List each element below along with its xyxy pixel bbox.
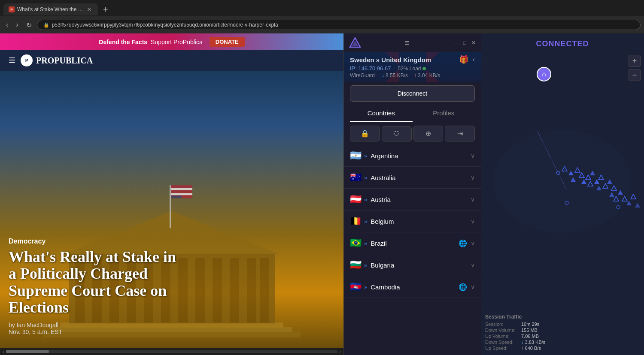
- vpn-connection-bar: Sweden » United Kingdom 🎁 ‹ IP: 146.70.9…: [344, 52, 481, 82]
- filter-tor-button[interactable]: ⊕: [413, 126, 444, 141]
- svg-rect-13: [213, 258, 222, 322]
- tab-profiles[interactable]: Profiles: [413, 105, 475, 122]
- up-volume-row: Up Volume: 7.06 MB: [485, 334, 545, 339]
- propublica-logo: P PROPUBLICA: [21, 54, 93, 66]
- session-label: Session:: [485, 322, 519, 327]
- propublica-logo-text: PROPUBLICA: [36, 56, 93, 66]
- minimize-button[interactable]: —: [453, 40, 458, 46]
- lock-icon: 🔒: [43, 22, 49, 28]
- article-author: by Ian MacDougall: [9, 322, 180, 328]
- article-header: ☰ P PROPUBLICA: [0, 50, 343, 71]
- vpn-tabs: Countries Profiles: [344, 105, 481, 122]
- filter-shield-button[interactable]: 🛡: [382, 126, 412, 141]
- tab-countries[interactable]: Countries: [350, 105, 413, 122]
- bulgaria-arrows: »: [364, 262, 367, 268]
- svg-rect-12: [195, 258, 205, 322]
- country-item-belgium[interactable]: 🇧🇪 » Belgium ∨: [344, 211, 481, 232]
- country-item-brazil[interactable]: 🇧🇷 » Brazil 🌐 ∨: [344, 232, 481, 254]
- new-tab-button[interactable]: +: [100, 5, 111, 15]
- scroll-left-arrow[interactable]: ‹: [1, 349, 6, 355]
- disconnect-button[interactable]: Disconnect: [350, 85, 475, 102]
- zoom-in-button[interactable]: +: [629, 55, 641, 67]
- hamburger-menu-icon[interactable]: ☰: [9, 56, 15, 65]
- vpn-panel: ≡ — □ ✕ Sweden » United Kingdom 🎁 ‹ IP: …: [343, 33, 481, 355]
- svg-rect-20: [171, 190, 192, 193]
- cambodia-flag: 🇰🇭: [350, 281, 361, 292]
- refresh-button[interactable]: ↻: [24, 19, 34, 31]
- scrollbar-thumb[interactable]: [6, 350, 49, 353]
- svg-marker-47: [631, 194, 636, 199]
- article-hero: Democracy What's Really at Stake in a Po…: [0, 71, 343, 348]
- brazil-globe-icon: 🌐: [459, 239, 467, 247]
- scroll-right-arrow[interactable]: ›: [337, 349, 343, 355]
- session-value: 10m 29s: [521, 322, 539, 327]
- uk-flag-background: [344, 52, 481, 82]
- close-window-button[interactable]: ✕: [471, 40, 476, 46]
- country-item-australia[interactable]: 🇦🇺 » Australia ∨: [344, 167, 481, 189]
- back-button[interactable]: ‹: [3, 19, 11, 30]
- article-area: ☰ P PROPUBLICA: [0, 50, 343, 348]
- propublica-logo-icon: P: [21, 54, 33, 66]
- disconnect-section: Disconnect: [344, 82, 481, 105]
- bulgaria-chevron[interactable]: ∨: [471, 262, 475, 268]
- browser-chrome: P What's at Stake When the Supr ✕ + ‹ › …: [0, 0, 644, 33]
- down-volume-label: Down Volume:: [485, 328, 519, 333]
- session-traffic-title: Session Traffic: [485, 314, 545, 320]
- up-volume-label: Up Volume:: [485, 334, 519, 339]
- session-duration-row: Session: 10m 29s: [485, 322, 545, 327]
- svg-rect-22: [171, 196, 182, 198]
- donate-button[interactable]: DONATE: [210, 37, 245, 47]
- brazil-name: Brazil: [371, 240, 459, 247]
- vpn-window-controls: — □ ✕: [453, 40, 476, 46]
- banner-defend-text: Defend the Facts: [99, 39, 147, 45]
- argentina-name: Argentina: [371, 152, 471, 159]
- svg-rect-14: [230, 258, 239, 322]
- bottom-scrollbar: ‹ ›: [0, 348, 343, 355]
- cambodia-name: Cambodia: [371, 283, 459, 291]
- article-meta: by Ian MacDougall Nov. 30, 5 a.m. EST: [9, 322, 180, 335]
- country-item-argentina[interactable]: 🇦🇷 » Argentina ∨: [344, 145, 481, 167]
- lock-filter-icon: 🔒: [361, 129, 369, 138]
- belgium-arrows: »: [364, 218, 367, 225]
- australia-chevron[interactable]: ∨: [471, 174, 475, 181]
- country-list[interactable]: 🇦🇷 » Argentina ∨ 🇦🇺 » Australia ∨ 🇦🇹 » A…: [344, 145, 481, 355]
- austria-name: Austria: [371, 196, 471, 203]
- browser-nav-bar: ‹ › ↻ 🔒 p53lf57qovyuvwsc6xnrppyply3vtqm7…: [0, 16, 644, 33]
- article-title[interactable]: What's Really at Stake in a Politically …: [9, 249, 180, 316]
- country-item-austria[interactable]: 🇦🇹 » Austria ∨: [344, 189, 481, 211]
- austria-arrows: »: [364, 196, 367, 203]
- svg-rect-21: [171, 193, 192, 195]
- filter-list-button[interactable]: ⇥: [445, 126, 475, 141]
- up-speed-value: ↑ 640 B/s: [521, 346, 541, 351]
- tab-close-button[interactable]: ✕: [86, 6, 93, 13]
- address-text: p53lf57qovyuvwsc6xnrppyply3vtqm7l6pcobkm…: [52, 22, 278, 28]
- cambodia-chevron[interactable]: ∨: [471, 283, 475, 290]
- zoom-out-button[interactable]: −: [629, 69, 641, 81]
- svg-rect-17: [170, 185, 171, 228]
- filter-standard-button[interactable]: 🔒: [350, 126, 380, 141]
- scrollbar-track[interactable]: [6, 350, 337, 353]
- cambodia-globe-icon: 🌐: [459, 283, 467, 291]
- country-item-cambodia[interactable]: 🇰🇭 » Cambodia 🌐 ∨: [344, 276, 481, 298]
- forward-button[interactable]: ›: [13, 19, 21, 30]
- svg-rect-15: [247, 258, 256, 322]
- brazil-chevron[interactable]: ∨: [471, 240, 475, 247]
- brazil-flag: 🇧🇷: [350, 238, 361, 249]
- vpn-logo-icon: [349, 37, 361, 49]
- browser-content: Defend the Facts Support ProPublica DONA…: [0, 33, 343, 355]
- address-bar[interactable]: 🔒 p53lf57qovyuvwsc6xnrppyply3vtqm7l6pcob…: [37, 20, 641, 30]
- argentina-chevron[interactable]: ∨: [471, 152, 475, 159]
- vpn-hamburger-icon[interactable]: ≡: [405, 39, 410, 48]
- maximize-button[interactable]: □: [463, 40, 466, 46]
- bulgaria-flag: 🇧🇬: [350, 259, 361, 271]
- bulgaria-name: Bulgaria: [371, 262, 471, 269]
- country-item-bulgaria[interactable]: 🇧🇬 » Bulgaria ∨: [344, 254, 481, 276]
- austria-chevron[interactable]: ∨: [471, 196, 475, 203]
- vpn-filters: 🔒 🛡 ⊕ ⇥: [344, 122, 481, 145]
- belgium-chevron[interactable]: ∨: [471, 218, 475, 225]
- browser-tab[interactable]: P What's at Stake When the Supr ✕: [3, 3, 98, 15]
- main-area: Defend the Facts Support ProPublica DONA…: [0, 33, 644, 355]
- down-speed-row: Down Speed: ↓ 3.83 KB/s: [485, 340, 545, 345]
- list-filter-icon: ⇥: [457, 129, 463, 138]
- up-volume-value: 7.06 MB: [521, 334, 539, 339]
